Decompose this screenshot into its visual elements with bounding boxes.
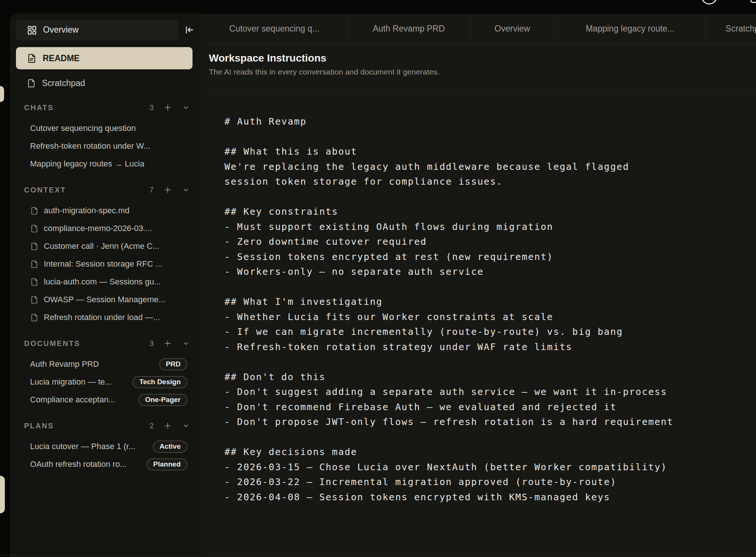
- sidebar-section-documents: DOCUMENTS 3 Auth Revamp PRD PRD Lucia mi…: [16, 334, 200, 409]
- section-count: 3: [149, 339, 154, 348]
- plan-status-badge: Active: [153, 441, 187, 453]
- sidebar-item-context[interactable]: Internal: Session storage RFC ...: [16, 255, 200, 273]
- section-title: CHATS: [24, 103, 54, 112]
- sidebar-item-context[interactable]: compliance-memo-2026-03....: [16, 220, 200, 237]
- file-icon: [30, 260, 39, 268]
- sidebar-item-overview[interactable]: Overview: [16, 20, 178, 40]
- readme-file-text-icon: [27, 53, 37, 63]
- sidebar-item-context[interactable]: lucia-auth.com — Sessions gu...: [16, 273, 200, 291]
- file-icon: [30, 207, 39, 215]
- context-section-header: CONTEXT 7: [16, 181, 200, 199]
- add-chat-button[interactable]: [163, 103, 172, 112]
- sidebar-item-document[interactable]: Auth Revamp PRD PRD: [16, 355, 200, 373]
- section-title: CONTEXT: [24, 186, 66, 194]
- readme-label: README: [43, 53, 80, 63]
- add-document-button[interactable]: [163, 339, 172, 348]
- sidebar-item-document[interactable]: Compliance acceptan... One-Pager: [16, 391, 200, 409]
- chevron-down-icon[interactable]: [182, 103, 190, 112]
- section-title: PLANS: [24, 422, 54, 430]
- doc-type-badge: PRD: [159, 358, 187, 370]
- tab-auth-revamp-prd[interactable]: Auth Revamp PRD: [348, 14, 470, 44]
- window-bottom-divider: [0, 555, 756, 556]
- section-count: 3: [149, 103, 154, 112]
- scratchpad-file-icon: [27, 79, 36, 88]
- chevron-down-icon[interactable]: [182, 186, 190, 194]
- file-icon: [30, 242, 39, 251]
- sidebar-item-chat[interactable]: Mapping legacy routes → Lucia: [16, 155, 200, 173]
- sidebar-item-context[interactable]: Customer call · Jenn (Acme C...: [16, 237, 200, 255]
- workspace-instructions-header: Workspace Instructions The AI reads this…: [201, 44, 756, 90]
- sidebar-item-document[interactable]: Lucia migration — te... Tech Design: [16, 373, 200, 391]
- plan-status-badge: Planned: [147, 458, 187, 471]
- sidebar-item-plan[interactable]: Lucia cutover — Phase 1 (r... Active: [16, 438, 200, 455]
- drawer-handle-bottom[interactable]: [0, 476, 5, 513]
- sidebar-item-context[interactable]: OWASP — Session Manageme...: [16, 291, 200, 309]
- sidebar-item-chat[interactable]: Refresh-token rotation under W...: [16, 137, 200, 155]
- section-title: DOCUMENTS: [24, 339, 80, 348]
- file-icon: [30, 224, 39, 233]
- sidebar-top-row: Overview: [16, 20, 200, 40]
- file-icon: [30, 296, 39, 304]
- sidebar-item-chat[interactable]: Cutover sequencing question: [16, 119, 200, 137]
- workspace-instructions-content[interactable]: # Auth Revamp ## What this is about We'r…: [201, 90, 756, 516]
- plans-section-header: PLANS 2: [16, 417, 200, 435]
- sidebar: Overview README Scratchpad: [10, 14, 201, 557]
- doc-type-badge: Tech Design: [132, 376, 187, 388]
- chevron-down-icon[interactable]: [182, 339, 190, 347]
- sidebar-item-readme[interactable]: README: [16, 47, 193, 69]
- main-panel: Cutover sequencing q... Auth Revamp PRD …: [201, 14, 756, 557]
- sidebar-section-context: CONTEXT 7 auth-migration-spec.md complia…: [16, 181, 200, 326]
- drawer-handle-top[interactable]: [0, 86, 4, 102]
- dashboard-grid-icon: [27, 25, 37, 35]
- tab-cutover-sequencing[interactable]: Cutover sequencing q...: [201, 14, 348, 44]
- sidebar-section-chats: CHATS 3 Cutover sequencing question Refr…: [16, 99, 200, 173]
- sidebar-item-context[interactable]: auth-migration-spec.md: [16, 202, 200, 220]
- collapse-sidebar-icon: [184, 25, 194, 35]
- sidebar-item-plan[interactable]: OAuth refresh rotation ro... Planned: [16, 455, 200, 473]
- window-icon[interactable]: [750, 0, 756, 3]
- sidebar-section-plans: PLANS 2 Lucia cutover — Phase 1 (r... Ac…: [16, 417, 200, 473]
- overview-label: Overview: [43, 25, 79, 35]
- documents-section-header: DOCUMENTS 3: [16, 334, 200, 352]
- page-title: Workspace Instructions: [209, 52, 747, 65]
- section-count: 2: [149, 422, 154, 430]
- tab-mapping-legacy-routes[interactable]: Mapping legacy route...: [555, 14, 706, 44]
- add-context-button[interactable]: [163, 185, 172, 194]
- tab-bar: Cutover sequencing q... Auth Revamp PRD …: [201, 14, 756, 44]
- page-subtitle: The AI reads this in every conversation …: [209, 67, 747, 76]
- sidebar-collapse-button[interactable]: [180, 21, 198, 39]
- doc-type-badge: One-Pager: [138, 394, 187, 406]
- tab-overview[interactable]: Overview: [470, 14, 555, 44]
- section-count: 7: [149, 186, 154, 194]
- scratchpad-label: Scratchpad: [42, 78, 85, 88]
- add-plan-button[interactable]: [163, 421, 172, 430]
- sidebar-item-context[interactable]: Refresh rotation under load —...: [16, 309, 200, 326]
- chats-section-header: CHATS 3: [16, 99, 200, 116]
- tab-scratchpad[interactable]: Scratchpad: [706, 14, 756, 44]
- chevron-down-icon[interactable]: [182, 422, 190, 430]
- user-circle-icon[interactable]: [701, 0, 717, 4]
- file-icon: [30, 278, 39, 286]
- sidebar-item-scratchpad[interactable]: Scratchpad: [16, 73, 193, 93]
- file-icon: [30, 313, 39, 322]
